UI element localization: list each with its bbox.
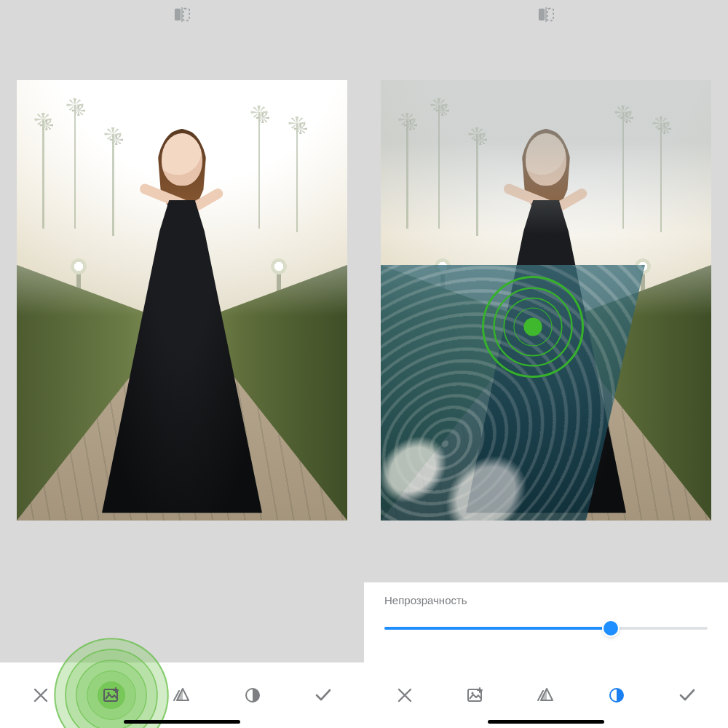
styles-button[interactable] [529,678,563,713]
opacity-label: Непрозрачность [384,594,708,606]
compare-icon[interactable] [535,6,557,23]
opacity-button[interactable] [235,678,270,713]
opacity-panel: Непрозрачность [364,582,728,662]
bottom-toolbar [0,662,364,728]
styles-button[interactable] [165,678,199,713]
opacity-slider[interactable] [384,627,708,630]
left-screen [0,0,364,728]
close-button[interactable] [387,678,422,713]
add-image-button[interactable] [94,678,129,713]
close-button[interactable] [23,678,58,713]
apply-button[interactable] [670,678,705,713]
right-screen: Непрозрачность [364,0,728,728]
editor-canvas[interactable] [381,80,711,521]
bottom-toolbar [364,662,728,728]
add-image-button[interactable] [458,678,493,713]
home-indicator [124,720,240,724]
apply-button[interactable] [306,678,341,713]
compare-icon[interactable] [171,6,193,23]
editor-canvas[interactable] [17,80,347,521]
home-indicator [488,720,604,724]
opacity-button[interactable] [599,678,634,713]
